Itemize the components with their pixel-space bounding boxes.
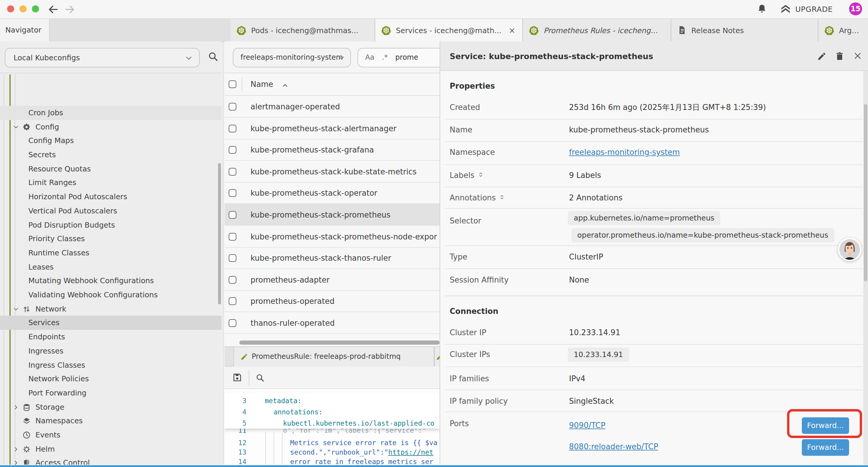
window-close-button[interactable] xyxy=(7,5,14,12)
row-checkbox[interactable] xyxy=(229,233,236,241)
editor-line: 5 kubectl.kubernetes.io/last-applied-co xyxy=(224,418,440,428)
sidebar-item-events[interactable]: Events xyxy=(0,428,222,442)
sidebar-scrollbar[interactable] xyxy=(218,163,221,304)
match-case-toggle[interactable]: Aa xyxy=(365,53,374,61)
session-affinity-label: Session Affinity xyxy=(450,273,509,287)
name-column-header[interactable]: Name xyxy=(251,73,273,96)
row-checkbox[interactable] xyxy=(229,146,236,154)
sidebar-item-cron-jobs[interactable]: Cron Jobs xyxy=(0,106,222,120)
table-row[interactable]: kube-prometheus-stack-thanos-ruler xyxy=(224,247,440,269)
port-link[interactable]: 9090/TCP xyxy=(569,418,606,433)
sidebar-item-access-control[interactable]: Access Control xyxy=(0,456,222,465)
table-row[interactable]: prometheus-adapter xyxy=(224,269,440,291)
sidebar-item-pod-disruption-budgets[interactable]: Pod Disruption Budgets xyxy=(0,218,222,232)
tab-release-notes[interactable]: Release Notes xyxy=(671,19,818,41)
tab-services[interactable]: Services - icecheng@math... × xyxy=(375,19,523,41)
sidebar-item-resource-quotas[interactable]: Resource Quotas xyxy=(0,162,222,176)
editor-search-icon[interactable] xyxy=(255,373,265,382)
tab-pods[interactable]: Pods - icecheng@mathmas... xyxy=(230,19,375,41)
sidebar-item-runtime-classes[interactable]: Runtime Classes xyxy=(0,246,222,260)
name-label: Name xyxy=(450,123,472,137)
gear-icon xyxy=(23,123,31,131)
sidebar-item-services[interactable]: Services xyxy=(0,316,222,330)
table-row[interactable]: kube-prometheus-stack-prometheus-node-ex… xyxy=(224,226,440,248)
forward-arrow-icon[interactable] xyxy=(64,4,75,16)
save-icon[interactable] xyxy=(232,372,242,382)
sidebar-item-helm[interactable]: Helm xyxy=(0,442,222,456)
sidebar-item-config-maps[interactable]: Config Maps xyxy=(0,134,222,148)
sort-updown-icon[interactable] xyxy=(478,172,483,177)
row-checkbox[interactable] xyxy=(229,211,236,219)
select-all-checkbox[interactable] xyxy=(229,80,236,88)
chevron-down-icon xyxy=(13,124,19,130)
row-checkbox[interactable] xyxy=(229,103,236,111)
prometheusrule-editor-tab[interactable]: PrometheusRule: freeleaps-prod-rabbitmq xyxy=(234,347,434,367)
row-checkbox[interactable] xyxy=(229,297,236,305)
row-checkbox[interactable] xyxy=(229,125,236,133)
sidebar-item-mutating-webhook-configurations[interactable]: Mutating Webhook Configurations xyxy=(0,274,222,288)
back-arrow-icon[interactable] xyxy=(47,4,59,16)
row-checkbox[interactable] xyxy=(229,189,236,197)
close-icon[interactable] xyxy=(853,52,862,60)
table-row[interactable]: kube-prometheus-stack-alertmanager xyxy=(224,118,440,140)
avatar[interactable] xyxy=(838,238,862,261)
sidebar-item-namespaces[interactable]: Namespaces xyxy=(0,414,222,428)
search-icon[interactable] xyxy=(208,51,219,62)
type-value: ClusterIP xyxy=(569,250,603,264)
editor-tab-partial[interactable] xyxy=(434,347,440,367)
sort-caret-up-icon[interactable] xyxy=(282,82,288,89)
forward-button[interactable]: Forward... xyxy=(802,439,849,456)
row-checkbox[interactable] xyxy=(229,276,236,284)
namespace-selector[interactable]: freeleaps-monitoring-system xyxy=(233,48,351,67)
row-checkbox[interactable] xyxy=(229,319,236,327)
shield-icon xyxy=(23,459,31,465)
row-checkbox[interactable] xyxy=(229,168,236,176)
sidebar-item-ingresses[interactable]: Ingresses xyxy=(0,344,222,358)
window-zoom-button[interactable] xyxy=(32,5,39,12)
sidebar-item-priority-classes[interactable]: Priority Classes xyxy=(0,232,222,246)
edit-pencil-icon[interactable] xyxy=(817,52,827,61)
table-row[interactable]: alertmanager-operated xyxy=(224,96,440,118)
sidebar-item-secrets[interactable]: Secrets xyxy=(0,148,222,162)
sidebar-item-limit-ranges[interactable]: Limit Ranges xyxy=(0,176,222,190)
sidebar-item-port-forwarding[interactable]: Port Forwarding xyxy=(0,386,222,400)
sidebar-item-storage[interactable]: Storage xyxy=(0,400,222,414)
bell-icon[interactable] xyxy=(756,4,768,15)
panel-scrollbar-thumb[interactable] xyxy=(864,104,867,282)
table-row-selected[interactable]: kube-prometheus-stack-prometheus xyxy=(224,204,440,226)
search-input[interactable]: Aa .* prome xyxy=(358,48,440,67)
notification-badge[interactable]: 15 xyxy=(849,2,862,16)
tab-close-icon[interactable]: × xyxy=(507,26,517,35)
table-row[interactable]: kube-prometheus-stack-grafana xyxy=(224,139,440,161)
sidebar-item-network[interactable]: Network xyxy=(0,302,222,316)
port-link[interactable]: 8080:reloader-web/TCP xyxy=(569,440,658,454)
upgrade-button[interactable]: UPGRADE xyxy=(780,4,833,15)
table-row[interactable]: kube-prometheus-stack-operator xyxy=(224,182,440,204)
kubeconfig-selector[interactable]: Local Kubeconfigs xyxy=(5,48,200,67)
tab-argo[interactable]: Argo Se xyxy=(818,19,868,41)
panel-scrollbar-track[interactable] xyxy=(863,71,868,465)
sort-updown-icon[interactable] xyxy=(499,195,505,200)
namespace-link[interactable]: freeleaps-monitoring-system xyxy=(569,145,680,159)
yaml-editor[interactable]: 11 o","for":"1m","labels":{"service":" 3… xyxy=(224,389,440,465)
table-row[interactable]: prometheus-operated xyxy=(224,290,440,312)
bottom-panel-tabs: PrometheusRule: freeleaps-prod-rabbitmq xyxy=(224,346,440,367)
table-row[interactable]: kube-prometheus-stack-kube-state-metrics xyxy=(224,161,440,183)
runbook-url-link[interactable]: https://net xyxy=(388,448,433,456)
tab-prometheus-rules[interactable]: Prometheus Rules - icecheng... xyxy=(523,19,671,41)
sidebar-item-horizontal-pod-autoscalers[interactable]: Horizontal Pod Autoscalers xyxy=(0,190,222,204)
list-controls: freeleaps-monitoring-system Aa .* prome xyxy=(224,41,440,73)
sidebar-item-endpoints[interactable]: Endpoints xyxy=(0,330,222,344)
table-row[interactable]: thanos-ruler-operated xyxy=(224,312,440,334)
regex-toggle[interactable]: .* xyxy=(382,53,388,61)
sidebar-item-vertical-pod-autoscalers[interactable]: Vertical Pod Autoscalers xyxy=(0,204,222,218)
sidebar-item-ingress-classes[interactable]: Ingress Classes xyxy=(0,358,222,372)
trash-icon[interactable] xyxy=(835,52,844,61)
sidebar-item-network-policies[interactable]: Network Policies xyxy=(0,372,222,386)
horizontal-scrollbar[interactable] xyxy=(239,341,440,345)
window-minimize-button[interactable] xyxy=(20,5,27,12)
sidebar-item-validating-webhook-configurations[interactable]: Validating Webhook Configurations xyxy=(0,288,222,302)
row-checkbox[interactable] xyxy=(229,254,236,262)
sidebar-item-leases[interactable]: Leases xyxy=(0,260,222,274)
sidebar-item-config[interactable]: Config xyxy=(0,120,222,134)
